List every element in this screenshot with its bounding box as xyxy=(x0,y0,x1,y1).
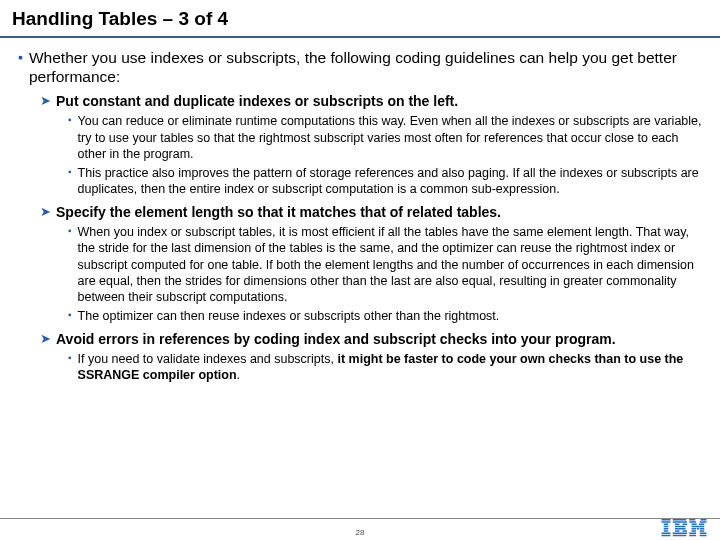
svg-rect-15 xyxy=(683,530,688,532)
arrow-icon: ➤ xyxy=(40,204,51,222)
square-bullet-icon: ▪ xyxy=(18,48,23,87)
section-heading-2: ➤ Specify the element length so that it … xyxy=(40,204,702,222)
intro-text: Whether you use indexes or subscripts, t… xyxy=(29,48,702,87)
square-bullet-icon: ▪ xyxy=(68,224,72,305)
svg-rect-6 xyxy=(662,533,671,535)
footer: 28 xyxy=(0,518,720,540)
list-item-text: You can reduce or eliminate runtime comp… xyxy=(78,113,702,162)
arrow-icon: ➤ xyxy=(40,93,51,111)
svg-rect-31 xyxy=(700,533,707,535)
page-title: Handling Tables – 3 of 4 xyxy=(12,8,708,30)
svg-rect-27 xyxy=(700,528,705,530)
svg-rect-25 xyxy=(692,528,697,530)
arrow-icon: ➤ xyxy=(40,331,51,349)
list-item-text: This practice also improves the pattern … xyxy=(78,165,702,198)
page-number: 28 xyxy=(356,528,365,537)
svg-rect-19 xyxy=(701,519,707,521)
svg-rect-23 xyxy=(699,524,704,526)
svg-rect-32 xyxy=(689,535,696,537)
square-bullet-icon: ▪ xyxy=(68,351,72,384)
list-item-text: The optimizer can then reuse indexes or … xyxy=(78,308,500,324)
square-bullet-icon: ▪ xyxy=(68,165,72,198)
content-area: ▪ Whether you use indexes or subscripts,… xyxy=(0,38,720,384)
svg-rect-2 xyxy=(664,524,669,526)
svg-rect-1 xyxy=(662,521,671,523)
list-item: ▪ When you index or subscript tables, it… xyxy=(68,224,702,305)
intro-item: ▪ Whether you use indexes or subscripts,… xyxy=(18,48,702,87)
svg-rect-5 xyxy=(664,530,669,532)
list-item-text: If you need to validate indexes and subs… xyxy=(78,351,702,384)
svg-rect-22 xyxy=(692,524,697,526)
svg-rect-24 xyxy=(692,526,705,528)
list-item: ▪ You can reduce or eliminate runtime co… xyxy=(68,113,702,162)
square-bullet-icon: ▪ xyxy=(68,308,72,324)
svg-rect-10 xyxy=(675,524,680,526)
svg-rect-20 xyxy=(689,521,696,523)
svg-rect-14 xyxy=(675,530,680,532)
svg-rect-30 xyxy=(689,533,696,535)
svg-rect-33 xyxy=(700,535,707,537)
svg-rect-21 xyxy=(700,521,707,523)
svg-rect-12 xyxy=(675,526,686,528)
svg-rect-8 xyxy=(673,519,687,521)
svg-rect-4 xyxy=(664,528,669,530)
list-item: ▪ If you need to validate indexes and su… xyxy=(68,351,702,384)
list-item: ▪ This practice also improves the patter… xyxy=(68,165,702,198)
section-heading-text: Specify the element length so that it ma… xyxy=(56,204,501,222)
ibm-logo xyxy=(660,519,708,537)
list-item: ▪ The optimizer can then reuse indexes o… xyxy=(68,308,702,324)
svg-rect-17 xyxy=(673,535,687,537)
list-item-text: When you index or subscript tables, it i… xyxy=(78,224,702,305)
svg-rect-13 xyxy=(675,528,686,530)
svg-rect-26 xyxy=(697,528,699,530)
svg-rect-18 xyxy=(689,519,695,521)
svg-rect-11 xyxy=(683,524,688,526)
section-heading-text: Avoid errors in references by coding ind… xyxy=(56,331,616,349)
section-heading-3: ➤ Avoid errors in references by coding i… xyxy=(40,331,702,349)
svg-rect-28 xyxy=(692,530,697,532)
svg-rect-29 xyxy=(700,530,705,532)
svg-rect-0 xyxy=(662,519,671,521)
svg-rect-9 xyxy=(673,521,687,523)
section-heading-1: ➤ Put constant and duplicate indexes or … xyxy=(40,93,702,111)
section-heading-text: Put constant and duplicate indexes or su… xyxy=(56,93,458,111)
square-bullet-icon: ▪ xyxy=(68,113,72,162)
svg-rect-7 xyxy=(662,535,671,537)
svg-rect-16 xyxy=(673,533,687,535)
title-bar: Handling Tables – 3 of 4 xyxy=(0,0,720,38)
svg-rect-3 xyxy=(664,526,669,528)
